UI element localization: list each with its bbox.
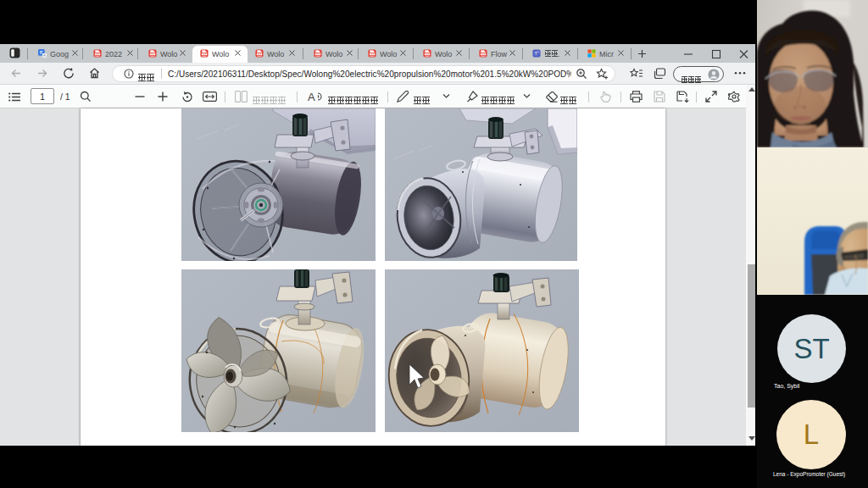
svg-text:A: A [308,91,315,103]
svg-text:T: T [535,51,537,56]
